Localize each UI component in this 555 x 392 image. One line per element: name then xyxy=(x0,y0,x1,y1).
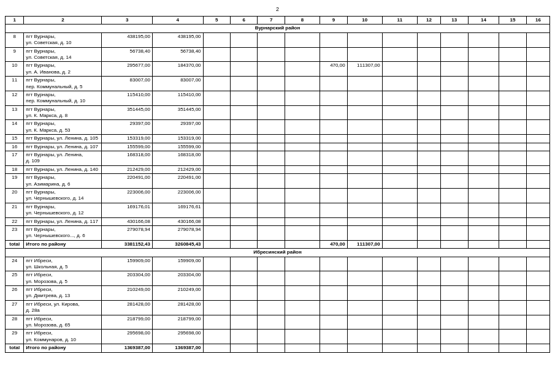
cell-col4: 438195,00 xyxy=(152,32,203,47)
cell-col5 xyxy=(203,174,230,189)
cell-col8 xyxy=(285,217,320,225)
col-header-7: 7 xyxy=(258,17,285,24)
cell-col8 xyxy=(285,315,320,330)
cell-col7 xyxy=(258,165,285,173)
cell-col6 xyxy=(231,217,258,225)
cell-col6 xyxy=(231,143,258,151)
cell-col9 xyxy=(320,300,347,315)
cell-col14 xyxy=(468,47,499,62)
cell-col13 xyxy=(441,225,468,240)
cell-col13 xyxy=(441,203,468,217)
cell-col16 xyxy=(526,120,549,135)
cell-col5 xyxy=(203,143,230,151)
cell-addr: пгт Вурнары, ул. Чернышевского, д. 14 xyxy=(24,188,102,203)
cell-col16 xyxy=(526,135,549,143)
cell-col16 xyxy=(526,91,549,105)
total-row: totalИтого по району1369387,001369387,00 xyxy=(6,344,550,352)
cell-col3: 153319,00 xyxy=(102,135,153,143)
col-header-5: 5 xyxy=(203,17,230,24)
cell-col5 xyxy=(203,91,230,105)
cell-col16 xyxy=(526,174,549,189)
cell-num: 21 xyxy=(6,203,24,217)
cell-num: 25 xyxy=(6,271,24,286)
cell-col11 xyxy=(382,143,417,151)
cell-col9 xyxy=(320,47,347,62)
cell-col10 xyxy=(347,217,382,225)
cell-addr: Итого по району xyxy=(24,344,102,352)
cell-col13 xyxy=(441,120,468,135)
cell-col12 xyxy=(417,188,440,203)
cell-col4: 56738,40 xyxy=(152,47,203,62)
cell-col15 xyxy=(499,151,526,166)
cell-col15 xyxy=(499,257,526,271)
cell-col10 xyxy=(347,174,382,189)
cell-col12 xyxy=(417,257,440,271)
cell-col15 xyxy=(499,344,526,352)
cell-col8 xyxy=(285,143,320,151)
cell-col16 xyxy=(526,165,549,173)
cell-num: 9 xyxy=(6,47,24,62)
cell-col6 xyxy=(231,188,258,203)
cell-col14 xyxy=(468,165,499,173)
table-row: 11пгт Вурнары, пер. Коммунальный, д. 583… xyxy=(6,77,550,91)
cell-col14 xyxy=(468,240,499,248)
cell-col7 xyxy=(258,91,285,105)
cell-col12 xyxy=(417,240,440,248)
cell-col10 xyxy=(347,143,382,151)
cell-col10 xyxy=(347,344,382,352)
cell-col9 xyxy=(320,257,347,271)
cell-col7 xyxy=(258,77,285,91)
cell-col8 xyxy=(285,225,320,240)
cell-col12 xyxy=(417,217,440,225)
cell-col10 xyxy=(347,330,382,344)
cell-col16 xyxy=(526,344,549,352)
cell-col10 xyxy=(347,286,382,301)
cell-col7 xyxy=(258,120,285,135)
cell-col7 xyxy=(258,240,285,248)
cell-addr: пгт Вурнары, ул. Чернышевского..., д. 6 xyxy=(24,225,102,240)
table-row: 13пгт Вурнары, ул. К. Маркса, д. 8351445… xyxy=(6,105,550,120)
cell-col4: 281428,00 xyxy=(152,300,203,315)
cell-col4: 218799,00 xyxy=(152,315,203,330)
cell-col8 xyxy=(285,174,320,189)
cell-col7 xyxy=(258,32,285,47)
cell-col11 xyxy=(382,32,417,47)
cell-col6 xyxy=(231,135,258,143)
cell-col12 xyxy=(417,203,440,217)
cell-addr: пгт Ибреси, ул. Морозова, д. 65 xyxy=(24,315,102,330)
cell-col11 xyxy=(382,203,417,217)
cell-col7 xyxy=(258,105,285,120)
cell-col6 xyxy=(231,62,258,77)
cell-col15 xyxy=(499,91,526,105)
cell-col6 xyxy=(231,257,258,271)
section-header-row: Вурнарский район xyxy=(6,24,550,32)
cell-col14 xyxy=(468,120,499,135)
cell-col11 xyxy=(382,91,417,105)
table-row: 9пгт Вурнары, ул. Советская, д. 1456738,… xyxy=(6,47,550,62)
cell-col5 xyxy=(203,344,230,352)
cell-num: 12 xyxy=(6,91,24,105)
cell-col14 xyxy=(468,174,499,189)
cell-col10 xyxy=(347,225,382,240)
cell-col9 xyxy=(320,120,347,135)
cell-col10 xyxy=(347,135,382,143)
cell-col4: 153319,00 xyxy=(152,135,203,143)
cell-col13 xyxy=(441,344,468,352)
cell-col12 xyxy=(417,77,440,91)
col-header-8: 8 xyxy=(285,17,320,24)
cell-col14 xyxy=(468,203,499,217)
section-header-row: Ибресинский район xyxy=(6,249,550,257)
cell-addr: пгт Вурнары, ул. Ленина, д. 140 xyxy=(24,165,102,173)
table-row: 22пгт Вурнары, ул. Ленина, д. 117430166,… xyxy=(6,217,550,225)
cell-col3: 159909,00 xyxy=(102,257,153,271)
cell-col13 xyxy=(441,174,468,189)
table-row: 21пгт Вурнары, ул. Чернышевского, д. 121… xyxy=(6,203,550,217)
cell-col9: 470,00 xyxy=(320,240,347,248)
cell-col4: 210249,00 xyxy=(152,286,203,301)
cell-col8 xyxy=(285,240,320,248)
cell-col8 xyxy=(285,32,320,47)
cell-num: 15 xyxy=(6,135,24,143)
cell-col13 xyxy=(441,165,468,173)
cell-col15 xyxy=(499,225,526,240)
col-header-6: 6 xyxy=(231,17,258,24)
